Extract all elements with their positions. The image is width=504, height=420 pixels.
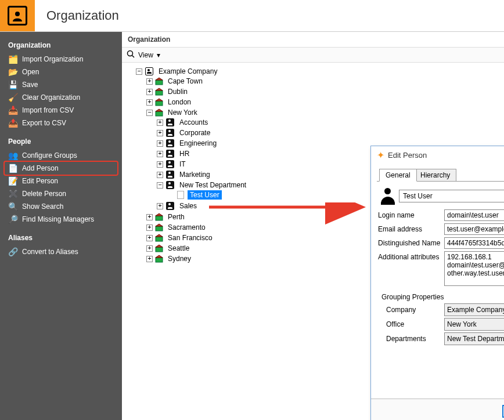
- edit-person-dialog: ✦ Edit Person ✕ General Hierarchy Log: [370, 146, 504, 420]
- tree-label: Seattle: [165, 244, 192, 253]
- svg-rect-9: [156, 111, 163, 116]
- sidebar-item-edit-person[interactable]: 📝Edit Person: [5, 175, 117, 187]
- sidebar-item-open[interactable]: 📂Open: [5, 66, 117, 78]
- person-name-field[interactable]: [399, 190, 504, 202]
- tree-node-location[interactable]: +London: [146, 97, 501, 107]
- tree-label: Cape Town: [165, 77, 205, 86]
- tree-label: Marketing: [177, 170, 213, 179]
- sidebar-heading-people: People: [0, 134, 122, 149]
- expander-icon[interactable]: +: [146, 99, 153, 106]
- office-select[interactable]: New York: [444, 318, 504, 331]
- expander-icon[interactable]: −: [146, 110, 153, 116]
- import-csv-icon: 📥: [8, 106, 17, 115]
- sidebar-item-export-csv[interactable]: 📤Export to CSV: [5, 117, 117, 129]
- sidebar-item-label: Import from CSV: [22, 106, 74, 114]
- svg-point-0: [15, 12, 20, 16]
- expander-icon[interactable]: +: [157, 161, 163, 168]
- login-name-label: Login name: [378, 209, 444, 219]
- svg-rect-7: [156, 101, 163, 106]
- location-icon: [155, 77, 163, 85]
- svg-marker-4: [156, 78, 163, 80]
- sidebar-item-configure-groups[interactable]: 👥Configure Groups: [5, 149, 117, 162]
- sidebar-item-show-search[interactable]: 🔍Show Search: [5, 200, 117, 213]
- tab-hierarchy[interactable]: Hierarchy: [414, 169, 456, 182]
- tree-node-location[interactable]: +Cape Town: [146, 77, 501, 86]
- attrs-field[interactable]: [444, 251, 504, 286]
- tree-node-location[interactable]: −New York: [146, 108, 501, 117]
- sidebar-item-label: Import Organization: [22, 55, 83, 63]
- email-label: Email address: [378, 223, 444, 233]
- departments-select[interactable]: New Test Department: [444, 332, 504, 345]
- departments-label: Departments: [386, 335, 444, 343]
- expander-icon[interactable]: +: [157, 140, 163, 147]
- expander-icon[interactable]: +: [157, 130, 163, 136]
- expander-icon[interactable]: +: [157, 151, 163, 157]
- expander-icon[interactable]: +: [146, 89, 153, 95]
- dialog-titlebar[interactable]: ✦ Edit Person ✕: [371, 146, 504, 164]
- location-icon: [155, 108, 163, 117]
- expander-icon[interactable]: −: [157, 182, 163, 189]
- sidebar-item-add-person[interactable]: 📄Add Person: [5, 162, 117, 175]
- company-label: Company: [386, 306, 444, 314]
- expander-icon[interactable]: −: [136, 68, 142, 75]
- save-icon: 💾: [8, 80, 17, 89]
- expander-icon[interactable]: +: [157, 203, 163, 209]
- expander-icon[interactable]: +: [146, 214, 153, 220]
- expander-icon[interactable]: +: [146, 78, 153, 85]
- dn-field[interactable]: [444, 237, 504, 249]
- tab-general[interactable]: General: [379, 169, 417, 182]
- sidebar-item-label: Delete Person: [22, 190, 66, 198]
- location-icon: [155, 88, 163, 96]
- sidebar: Organization 🗂️Import Organization 📂Open…: [0, 32, 122, 420]
- company-select[interactable]: Example Company: [444, 303, 504, 316]
- expander-icon[interactable]: +: [146, 225, 153, 231]
- svg-marker-16: [156, 234, 163, 237]
- sidebar-item-label: Open: [22, 68, 39, 76]
- expander-icon: [167, 192, 174, 198]
- view-dropdown[interactable]: View ▾: [138, 51, 160, 59]
- expander-icon[interactable]: +: [146, 256, 153, 262]
- tree-node-company[interactable]: − Example Company: [136, 67, 501, 76]
- import-org-icon: 🗂️: [8, 55, 17, 64]
- svg-rect-13: [156, 226, 163, 231]
- sidebar-item-save[interactable]: 💾Save: [5, 78, 117, 91]
- tree-node-location[interactable]: +Dublin: [146, 87, 501, 96]
- sidebar-item-delete-person[interactable]: ✖️Delete Person: [5, 187, 117, 200]
- expander-icon[interactable]: +: [146, 235, 153, 241]
- tree-label: London: [165, 97, 193, 107]
- grouping-heading: Grouping Properties: [381, 293, 504, 301]
- tree-label: Sacramento: [165, 223, 208, 232]
- expander-icon[interactable]: +: [157, 172, 163, 178]
- tree-node-dept[interactable]: +Corporate: [157, 128, 501, 137]
- svg-marker-12: [156, 213, 163, 216]
- sidebar-item-find-missing-managers[interactable]: 🔎Find Missing Managers: [5, 213, 117, 226]
- company-icon: [145, 67, 154, 76]
- sidebar-item-clear-organization[interactable]: 🧹Clear Organization: [5, 91, 117, 104]
- tree-label: Dublin: [165, 87, 190, 96]
- email-field[interactable]: [444, 223, 504, 235]
- sidebar-item-convert-aliases[interactable]: 🔗Convert to Aliases: [5, 245, 117, 258]
- sidebar-item-label: Show Search: [22, 202, 63, 211]
- office-label: Office: [386, 320, 444, 328]
- sidebar-item-import-organization[interactable]: 🗂️Import Organization: [5, 53, 117, 66]
- tree-label: Sales: [177, 201, 199, 211]
- department-icon: [165, 118, 175, 127]
- groups-icon: 👥: [8, 151, 17, 160]
- sidebar-item-label: Export to CSV: [22, 119, 66, 127]
- svg-marker-6: [156, 88, 163, 90]
- svg-rect-3: [156, 80, 163, 85]
- sidebar-item-label: Save: [22, 81, 38, 89]
- login-name-field[interactable]: [444, 209, 504, 221]
- tree-label: HR: [177, 149, 192, 158]
- expander-icon[interactable]: +: [146, 245, 153, 252]
- sidebar-item-import-csv[interactable]: 📥Import from CSV: [5, 104, 117, 117]
- sidebar-item-label: Edit Person: [22, 177, 58, 185]
- tree-node-dept[interactable]: +Accounts: [157, 118, 501, 127]
- page-title: Organization: [46, 8, 119, 23]
- sidebar-heading-organization: Organization: [0, 38, 122, 53]
- delete-person-icon: ✖️: [8, 189, 17, 198]
- clear-icon: 🧹: [8, 93, 17, 102]
- sidebar-item-label: Find Missing Managers: [22, 215, 94, 223]
- department-icon: [165, 128, 175, 137]
- expander-icon[interactable]: +: [157, 120, 163, 126]
